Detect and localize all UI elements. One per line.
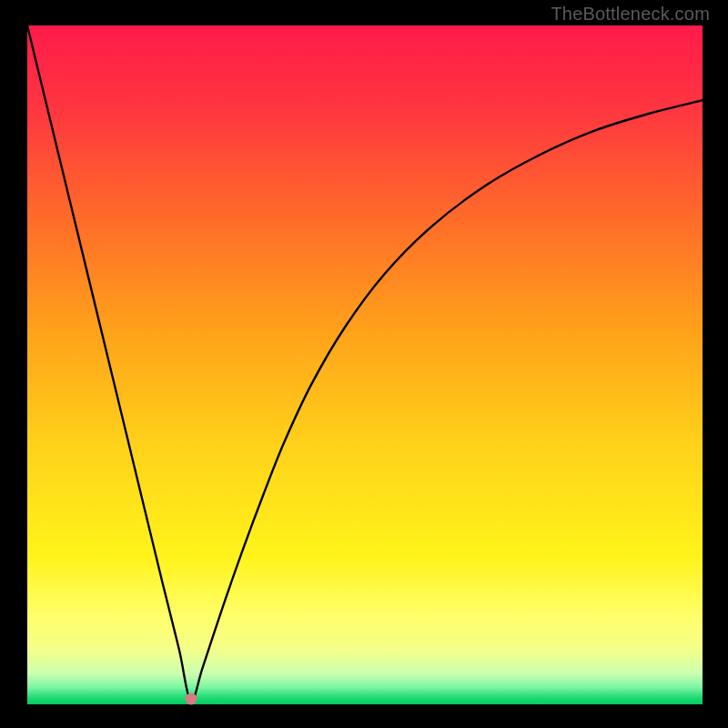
curve-layer (27, 25, 703, 704)
plot-area (27, 25, 703, 704)
bottleneck-curve (27, 25, 703, 702)
optimal-point-marker (185, 693, 197, 705)
chart-frame: TheBottleneck.com (0, 0, 728, 728)
watermark-text: TheBottleneck.com (551, 4, 710, 25)
